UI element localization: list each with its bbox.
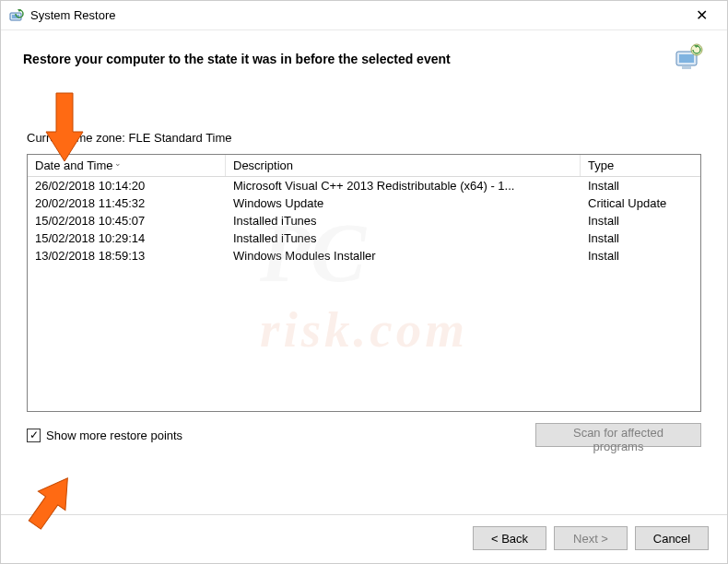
bottom-controls: ✓ Show more restore points Scan for affe… xyxy=(1,412,727,447)
cell-type: Critical Update xyxy=(581,195,700,211)
show-more-checkbox[interactable]: ✓ Show more restore points xyxy=(27,429,182,442)
footer-buttons: < Back Next > Cancel xyxy=(473,526,709,550)
close-button[interactable]: ✕ xyxy=(683,3,720,29)
cell-date: 20/02/2018 11:45:32 xyxy=(28,195,226,211)
cell-description: Windows Modules Installer xyxy=(226,248,581,264)
cell-date: 15/02/2018 10:29:14 xyxy=(28,230,226,246)
cell-description: Installed iTunes xyxy=(226,213,581,229)
column-header-date[interactable]: Date and Time⌄ xyxy=(28,155,226,176)
svg-marker-9 xyxy=(21,469,81,535)
cell-description: Microsoft Visual C++ 2013 Redistributabl… xyxy=(226,178,581,194)
timezone-text: Current time zone: FLE Standard Time xyxy=(27,131,701,145)
table-row[interactable]: 15/02/2018 10:45:07Installed iTunesInsta… xyxy=(28,212,700,229)
cell-type: Install xyxy=(581,178,700,194)
restore-points-list[interactable]: Date and Time⌄ Description Type 26/02/20… xyxy=(27,154,701,412)
page-heading: Restore your computer to the state it wa… xyxy=(23,52,451,66)
column-header-type-label: Type xyxy=(588,159,614,172)
next-button[interactable]: Next > xyxy=(554,526,628,550)
table-row[interactable]: 15/02/2018 10:29:14Installed iTunesInsta… xyxy=(28,229,700,247)
svg-rect-5 xyxy=(682,66,691,69)
window-title: System Restore xyxy=(30,8,683,22)
cell-date: 13/02/2018 18:59:13 xyxy=(28,248,226,264)
system-restore-large-icon xyxy=(674,43,705,74)
table-row[interactable]: 26/02/2018 10:14:20Microsoft Visual C++ … xyxy=(28,177,700,194)
cancel-button[interactable]: Cancel xyxy=(635,526,709,550)
content-area: Current time zone: FLE Standard Time Dat… xyxy=(1,131,727,412)
cell-description: Windows Update xyxy=(226,195,581,211)
cell-description: Installed iTunes xyxy=(226,230,581,246)
scan-affected-button[interactable]: Scan for affected programs xyxy=(535,423,701,447)
show-more-checkbox-label: Show more restore points xyxy=(46,429,182,442)
sort-indicator-icon: ⌄ xyxy=(114,159,122,168)
annotation-arrow-bottom xyxy=(18,469,84,535)
system-restore-icon xyxy=(8,7,25,24)
checkbox-mark-icon: ✓ xyxy=(27,429,41,442)
cell-type: Install xyxy=(581,248,700,264)
cell-date: 26/02/2018 10:14:20 xyxy=(28,178,226,194)
table-row[interactable]: 13/02/2018 18:59:13Windows Modules Insta… xyxy=(28,247,700,264)
header: Restore your computer to the state it wa… xyxy=(1,30,727,85)
cell-type: Install xyxy=(581,230,700,246)
column-header-type[interactable]: Type xyxy=(581,155,700,176)
cell-type: Install xyxy=(581,213,700,229)
column-header-description[interactable]: Description xyxy=(226,155,581,176)
titlebar: System Restore ✕ xyxy=(1,1,727,30)
list-header: Date and Time⌄ Description Type xyxy=(28,155,700,177)
column-header-description-label: Description xyxy=(233,159,293,172)
cell-date: 15/02/2018 10:45:07 xyxy=(28,213,226,229)
list-rows: 26/02/2018 10:14:20Microsoft Visual C++ … xyxy=(28,177,700,264)
svg-rect-4 xyxy=(679,54,694,63)
column-header-date-label: Date and Time xyxy=(35,159,113,172)
table-row[interactable]: 20/02/2018 11:45:32Windows UpdateCritica… xyxy=(28,194,700,212)
separator xyxy=(1,514,727,515)
back-button[interactable]: < Back xyxy=(473,526,546,550)
